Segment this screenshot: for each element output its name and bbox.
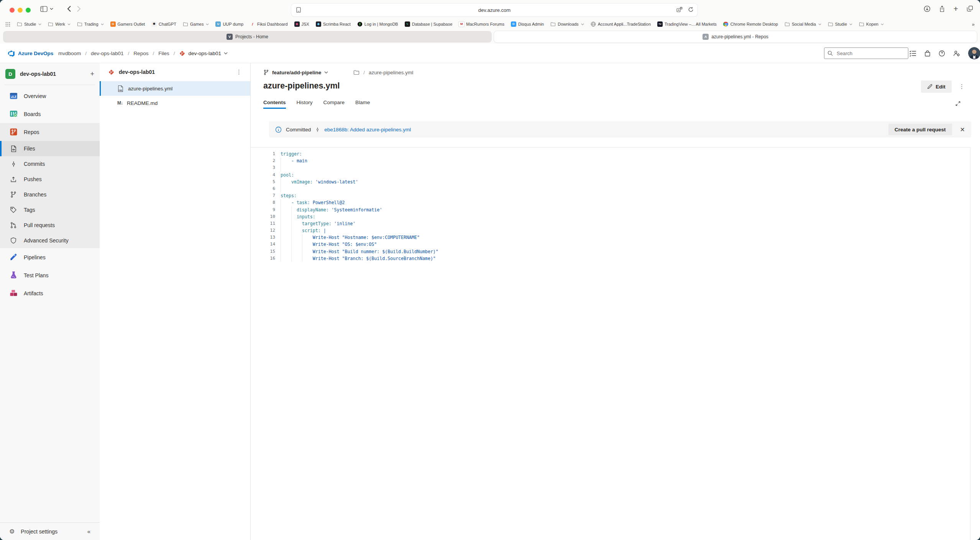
sidebar-item-label: Tags [24, 207, 35, 213]
bookmark-macrumors-forums[interactable]: MMacRumors Forums [459, 21, 504, 27]
address-bar[interactable]: dev.azure.com Aa [291, 3, 698, 16]
project-switcher[interactable]: D dev-ops-lab01 + [0, 66, 100, 82]
bookmark-apps-grid[interactable] [5, 22, 10, 27]
tab-history[interactable]: History [297, 100, 313, 109]
zoom-window-button[interactable] [26, 8, 31, 13]
bookmark-studie[interactable]: Studie [828, 22, 852, 26]
sidebar-item-boards[interactable]: Boards [0, 105, 100, 123]
tab-contents[interactable]: Contents [263, 100, 286, 109]
downloads-icon[interactable] [924, 5, 931, 12]
bookmark-werk[interactable]: Werk [48, 22, 70, 26]
code-line: 5 vmImage: 'windows-latest' [251, 178, 970, 185]
bookmark-database-supabase[interactable]: ϟDatabase | Supabase [405, 21, 453, 27]
bookmark-jsx[interactable]: ◆JSX [294, 21, 309, 27]
page-settings-icon[interactable]: Aa [676, 7, 683, 13]
bookmark-chrome-remote-desktop[interactable]: Chrome Remote Desktop [723, 21, 778, 27]
sidebar-item-pipelines[interactable]: Pipelines [0, 248, 100, 266]
bookmark-games[interactable]: Games [183, 22, 209, 26]
bookmark-social-media[interactable]: Social Media [785, 22, 821, 26]
chevron-down-icon [50, 8, 53, 10]
tree-file-readme[interactable]: M↓ README.md [100, 96, 250, 110]
share-icon[interactable] [939, 5, 945, 12]
bookmark-fiksi-dashboard[interactable]: ƒFiksi Dashboard [250, 21, 287, 27]
bookmark-account-appli-tradestation[interactable]: Account Appli...TradeStation [591, 21, 651, 27]
tab-overview-icon[interactable] [967, 5, 973, 12]
main-pane: feature/add-pipeline / azure-pipelines.y… [251, 63, 980, 540]
more-actions-icon[interactable]: ⋮ [959, 83, 965, 90]
code-line: 10 inputs: [251, 213, 970, 220]
breadcrumb-org[interactable]: mvdboom [58, 51, 81, 56]
azure-header: Azure DevOps mvdboom/ dev-ops-lab01/ Rep… [0, 44, 980, 63]
sidebar-item-pull-requests[interactable]: Pull requests [0, 218, 100, 233]
marketplace-bag-icon[interactable] [924, 50, 931, 57]
branch-selector[interactable]: feature/add-pipeline [263, 69, 328, 75]
bookmark-log-in-mongodb[interactable]: Log in | MongoDB [357, 21, 398, 27]
new-tab-icon[interactable]: + [954, 5, 958, 13]
search-box[interactable] [824, 47, 908, 59]
bookmark-disqus-admin[interactable]: DDisqus Admin [511, 21, 544, 27]
back-button[interactable] [67, 5, 71, 12]
collapse-sidebar-icon[interactable]: « [87, 528, 90, 535]
tab-compare[interactable]: Compare [323, 100, 345, 109]
close-window-button[interactable] [10, 8, 15, 13]
tab-azure-pipelines[interactable]: A azure-pipelines.yml - Repos [494, 31, 977, 43]
avatar[interactable] [968, 47, 980, 59]
bookmark-kopen[interactable]: Kopen [859, 22, 884, 26]
sidebar-item-tags[interactable]: Tags [0, 202, 100, 218]
code-editor[interactable]: 1trigger:2 - main34pool:5 vmImage: 'wind… [251, 147, 970, 540]
sidebar-item-artifacts[interactable]: Artifacts [0, 284, 100, 302]
line-number: 15 [251, 248, 275, 255]
azure-devops-home-link[interactable]: Azure DevOps [8, 44, 53, 63]
sidebar-item-advanced-security[interactable]: Advanced Security [0, 233, 100, 248]
bookmark-trading[interactable]: Trading [77, 22, 104, 26]
task-list-icon[interactable] [909, 50, 916, 57]
breadcrumb-repos[interactable]: Repos [133, 51, 148, 56]
bookmark-tradingview-all-markets[interactable]: TVTradingView –... All Markets [657, 21, 717, 27]
folder-icon [828, 22, 833, 26]
bookmarks-overflow-icon[interactable]: » [972, 21, 975, 27]
bookmark-studie[interactable]: Studie [17, 22, 41, 26]
tab-projects-home[interactable]: V Projects - Home [3, 31, 492, 43]
folder-icon[interactable] [353, 70, 359, 75]
sidebar-item-test-plans[interactable]: Test Plans [0, 266, 100, 284]
add-project-icon[interactable]: + [90, 70, 94, 78]
bookmark-chatgpt[interactable]: ✱ChatGPT [151, 21, 176, 27]
sidebar-item-overview[interactable]: Overview [0, 87, 100, 105]
bookmark-downloads[interactable]: Downloads [550, 22, 584, 26]
sidebar-item-commits[interactable]: Commits [0, 156, 100, 172]
sidebar-toggle-icon[interactable] [40, 6, 53, 12]
code-line: 16 Write-Host "Branch: $(Build.SourceBra… [251, 255, 970, 262]
close-icon[interactable]: ✕ [960, 126, 965, 133]
chevron-down-icon [38, 23, 41, 25]
tab-blame[interactable]: Blame [355, 100, 370, 109]
sidebar-item-pushes[interactable]: Pushes [0, 172, 100, 187]
breadcrumb-project[interactable]: dev-ops-lab01 [91, 51, 124, 56]
tree-repo-name[interactable]: dev-ops-lab01 [119, 69, 232, 75]
bookmark-uup-dump[interactable]: UUUP dump [215, 21, 243, 27]
search-input[interactable] [836, 50, 895, 57]
commit-link[interactable]: ebe1868b: Added azure-pipelines.yml [324, 127, 411, 133]
breadcrumb-files[interactable]: Files [158, 51, 169, 56]
more-options-icon[interactable]: ⋮ [236, 69, 242, 75]
repo-picker[interactable]: dev-ops-lab01 [179, 50, 228, 57]
bookmark-scrimba-react[interactable]: ◆Scrimba React [316, 21, 351, 27]
sidebar-item-branches[interactable]: Branches [0, 187, 100, 202]
pushes-icon [9, 176, 18, 183]
minimize-window-button[interactable] [18, 8, 23, 13]
reader-icon[interactable] [296, 7, 301, 13]
markdown-file-icon: M↓ [117, 100, 123, 106]
project-settings[interactable]: ⚙ Project settings « [0, 522, 100, 540]
sidebar-item-repos[interactable]: Repos [0, 123, 100, 141]
sidebar-item-files[interactable]: Files [0, 141, 100, 156]
path-file-name[interactable]: azure-pipelines.yml [369, 70, 413, 75]
forward-button[interactable] [77, 5, 81, 12]
edit-button[interactable]: Edit [921, 80, 952, 93]
reload-icon[interactable] [688, 7, 694, 13]
bookmark-gamers-outlet[interactable]: GGamers Outlet [110, 21, 145, 27]
fullscreen-icon[interactable] [955, 101, 961, 106]
tree-file-azure-pipelines[interactable]: YML azure-pipelines.yml [100, 81, 250, 96]
user-settings-icon[interactable] [953, 50, 960, 57]
help-icon[interactable] [939, 50, 945, 57]
page-title: azure-pipelines.yml [263, 81, 340, 91]
create-pull-request-button[interactable]: Create a pull request [888, 124, 952, 135]
